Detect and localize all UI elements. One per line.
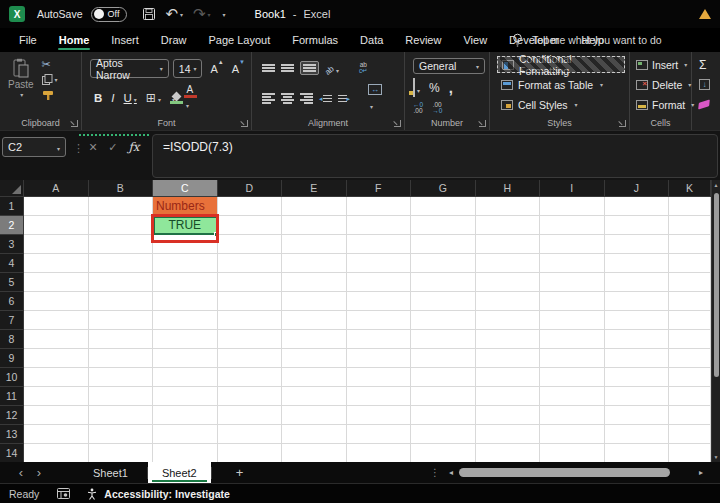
cell-G5[interactable]	[411, 273, 476, 292]
cell-H10[interactable]	[476, 368, 541, 387]
cell-J8[interactable]	[605, 330, 670, 349]
cell-B3[interactable]	[89, 235, 154, 254]
cell-E13[interactable]	[282, 425, 347, 444]
cell-J6[interactable]	[605, 292, 670, 311]
row-header-11[interactable]: 11	[0, 387, 24, 406]
cell-D10[interactable]	[218, 368, 283, 387]
cell-D5[interactable]	[218, 273, 283, 292]
cell-D8[interactable]	[218, 330, 283, 349]
cell-E5[interactable]	[282, 273, 347, 292]
cell-G12[interactable]	[411, 406, 476, 425]
cell-F10[interactable]	[347, 368, 412, 387]
align-bottom-button[interactable]	[300, 61, 319, 75]
row-header-14[interactable]: 14	[0, 444, 24, 462]
row-header-5[interactable]: 5	[0, 273, 24, 292]
cell-H4[interactable]	[476, 254, 541, 273]
cell-A13[interactable]	[24, 425, 89, 444]
cell-I4[interactable]	[540, 254, 605, 273]
cell-C12[interactable]	[153, 406, 218, 425]
column-header-J[interactable]: J	[605, 180, 670, 197]
cell-C14[interactable]	[153, 444, 218, 462]
cell-F14[interactable]	[347, 444, 412, 462]
cell-J12[interactable]	[605, 406, 670, 425]
cell-H5[interactable]	[476, 273, 541, 292]
increase-indent-button[interactable]: ▸	[338, 95, 351, 103]
bold-button[interactable]: B	[94, 92, 102, 104]
scroll-up-icon[interactable]: ▲	[712, 182, 720, 188]
tab-file[interactable]: File	[8, 28, 48, 52]
number-dialog-launcher[interactable]	[479, 120, 486, 127]
cancel-entry-button[interactable]: ×	[89, 139, 97, 155]
cell-F5[interactable]	[347, 273, 412, 292]
column-header-B[interactable]: B	[89, 180, 154, 197]
cell-A4[interactable]	[24, 254, 89, 273]
cell-B10[interactable]	[89, 368, 154, 387]
column-header-K[interactable]: K	[669, 180, 711, 197]
decrease-indent-button[interactable]: ◂	[319, 95, 332, 103]
cell-A10[interactable]	[24, 368, 89, 387]
fill-button[interactable]: ↓	[699, 76, 720, 93]
cell-I5[interactable]	[540, 273, 605, 292]
cell-A7[interactable]	[24, 311, 89, 330]
accessibility-checker-button[interactable]	[86, 488, 98, 500]
cell-C10[interactable]	[153, 368, 218, 387]
align-center-button[interactable]	[281, 93, 294, 104]
format-cells-button[interactable]: Format	[636, 96, 689, 113]
conditional-formatting-button[interactable]: Conditional Formatting	[497, 56, 625, 73]
cell-K7[interactable]	[669, 311, 711, 330]
macro-record-button[interactable]	[57, 488, 70, 499]
cell-B12[interactable]	[89, 406, 154, 425]
cell-K12[interactable]	[669, 406, 711, 425]
insert-function-button[interactable]: ƒx	[128, 140, 139, 154]
cell-I8[interactable]	[540, 330, 605, 349]
cell-D13[interactable]	[218, 425, 283, 444]
wrap-text-button[interactable]: ab c↵	[359, 62, 368, 74]
cell-I3[interactable]	[540, 235, 605, 254]
accounting-format-button[interactable]	[413, 79, 420, 97]
cell-K5[interactable]	[669, 273, 711, 292]
cell-B1[interactable]	[89, 197, 154, 216]
font-size-select[interactable]: 14	[173, 59, 203, 78]
cell-A11[interactable]	[24, 387, 89, 406]
cell-G2[interactable]	[411, 216, 476, 235]
sheet-tab-sheet1[interactable]: Sheet1	[74, 462, 147, 483]
cell-E10[interactable]	[282, 368, 347, 387]
font-dialog-launcher[interactable]	[241, 120, 248, 127]
tab-overflow-icon[interactable]: ⋮	[430, 467, 440, 478]
cell-C6[interactable]	[153, 292, 218, 311]
cell-K1[interactable]	[669, 197, 711, 216]
tab-page-layout[interactable]: Page Layout	[197, 28, 281, 52]
cell-H3[interactable]	[476, 235, 541, 254]
cell-I10[interactable]	[540, 368, 605, 387]
cell-D1[interactable]	[218, 197, 283, 216]
autosum-button[interactable]: Σ	[699, 56, 720, 73]
alignment-dialog-launcher[interactable]	[394, 120, 401, 127]
cell-I7[interactable]	[540, 311, 605, 330]
cell-E6[interactable]	[282, 292, 347, 311]
cell-C13[interactable]	[153, 425, 218, 444]
cell-K4[interactable]	[669, 254, 711, 273]
column-header-C[interactable]: C	[153, 180, 218, 197]
cell-E3[interactable]	[282, 235, 347, 254]
cell-E12[interactable]	[282, 406, 347, 425]
cell-C1[interactable]: Numbers	[153, 197, 218, 216]
cell-F3[interactable]	[347, 235, 412, 254]
cell-I12[interactable]	[540, 406, 605, 425]
cell-J2[interactable]	[605, 216, 670, 235]
merge-center-button[interactable]: ↔	[368, 84, 382, 113]
cell-G7[interactable]	[411, 311, 476, 330]
format-painter-button[interactable]	[42, 90, 54, 101]
cell-H13[interactable]	[476, 425, 541, 444]
cell-D4[interactable]	[218, 254, 283, 273]
cell-G4[interactable]	[411, 254, 476, 273]
row-header-3[interactable]: 3	[0, 235, 24, 254]
cell-B9[interactable]	[89, 349, 154, 368]
clipboard-dialog-launcher[interactable]	[71, 120, 78, 127]
cell-G1[interactable]	[411, 197, 476, 216]
cell-F13[interactable]	[347, 425, 412, 444]
underline-button[interactable]: U	[124, 92, 137, 104]
cell-K9[interactable]	[669, 349, 711, 368]
cut-button[interactable]: ✂	[42, 59, 51, 69]
cell-B13[interactable]	[89, 425, 154, 444]
cell-A8[interactable]	[24, 330, 89, 349]
